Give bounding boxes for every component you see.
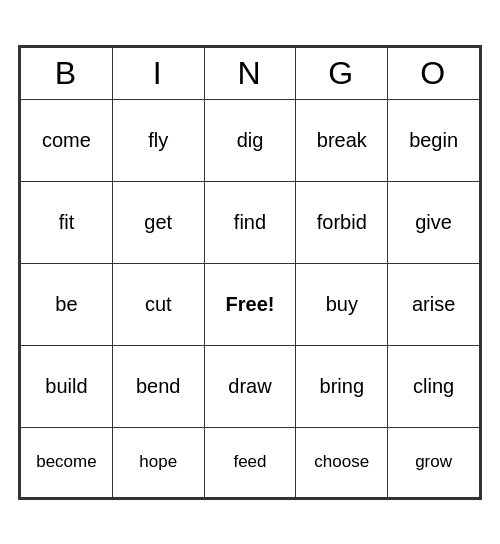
cell-4-3: choose (296, 427, 388, 497)
cell-3-3: bring (296, 345, 388, 427)
table-row: becomehopefeedchoosegrow (21, 427, 480, 497)
cell-0-1: fly (112, 99, 204, 181)
cell-1-4: give (388, 181, 480, 263)
cell-0-4: begin (388, 99, 480, 181)
bingo-card: B I N G O comeflydigbreakbeginfitgetfind… (18, 45, 482, 500)
header-o: O (388, 47, 480, 99)
header-row: B I N G O (21, 47, 480, 99)
cell-1-3: forbid (296, 181, 388, 263)
header-b: B (21, 47, 113, 99)
cell-1-1: get (112, 181, 204, 263)
cell-4-2: feed (204, 427, 296, 497)
cell-3-4: cling (388, 345, 480, 427)
table-row: buildbenddrawbringcling (21, 345, 480, 427)
cell-0-0: come (21, 99, 113, 181)
cell-1-0: fit (21, 181, 113, 263)
cell-4-1: hope (112, 427, 204, 497)
cell-2-1: cut (112, 263, 204, 345)
cell-4-4: grow (388, 427, 480, 497)
table-row: fitgetfindforbidgive (21, 181, 480, 263)
header-g: G (296, 47, 388, 99)
cell-4-0: become (21, 427, 113, 497)
table-row: becutFree!buyarise (21, 263, 480, 345)
cell-3-2: draw (204, 345, 296, 427)
cell-1-2: find (204, 181, 296, 263)
cell-2-4: arise (388, 263, 480, 345)
cell-3-1: bend (112, 345, 204, 427)
header-i: I (112, 47, 204, 99)
cell-0-3: break (296, 99, 388, 181)
table-row: comeflydigbreakbegin (21, 99, 480, 181)
cell-3-0: build (21, 345, 113, 427)
cell-2-0: be (21, 263, 113, 345)
cell-2-3: buy (296, 263, 388, 345)
header-n: N (204, 47, 296, 99)
cell-0-2: dig (204, 99, 296, 181)
cell-2-2: Free! (204, 263, 296, 345)
